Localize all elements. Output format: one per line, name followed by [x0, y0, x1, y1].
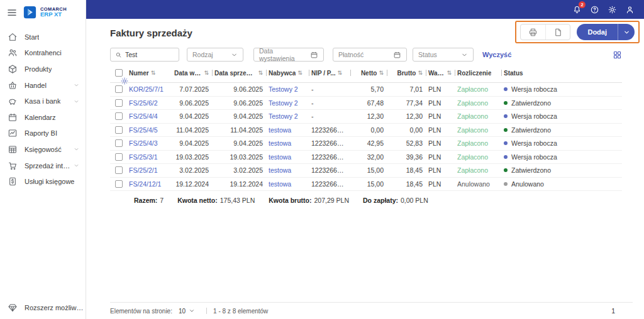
sidebar-item-label: Produkty [25, 65, 52, 73]
row-checkbox[interactable] [115, 153, 123, 161]
cell-nabywca[interactable]: testowa [269, 180, 311, 188]
main-content: Faktury sprzedaży Dodaj [86, 19, 644, 319]
table-row[interactable]: FS/25/4/39.04.20259.04.2025testowa122326… [110, 137, 622, 151]
table-row[interactable]: KOR/25/7/17.07.20259.06.2025Testowy 2-5,… [110, 83, 622, 97]
data-wystawienia-datepicker[interactable]: Data wystawienia [253, 48, 324, 62]
search-field[interactable] [110, 48, 179, 62]
table-row[interactable]: FS/25/6/29.06.20259.06.2025Testowy 2-67,… [110, 97, 622, 111]
search-input[interactable] [125, 51, 174, 58]
row-checkbox[interactable] [115, 85, 123, 93]
column-header-waluta[interactable]: Waluta⇅ [428, 70, 457, 77]
column-header-netto[interactable]: Netto⇅ [353, 70, 389, 77]
sidebar-item-start[interactable]: Start [0, 29, 86, 45]
cell-nabywca[interactable]: Testowy 2 [269, 99, 311, 107]
row-checkbox[interactable] [115, 99, 123, 107]
help-button[interactable] [587, 3, 601, 16]
cell-brutto: 77,34 [389, 99, 428, 107]
status-select[interactable]: Status [413, 48, 474, 62]
cell-nabywca[interactable]: Testowy 2 [269, 112, 311, 120]
cell-numer[interactable]: FS/25/4/4 [129, 112, 174, 120]
table-row[interactable]: FS/25/4/511.04.202511.04.2025testowa1223… [110, 124, 622, 138]
settings-button[interactable] [605, 3, 619, 16]
cell-nip: - [311, 85, 353, 93]
cell-nabywca[interactable]: testowa [269, 166, 311, 174]
view-grid-toggle[interactable] [613, 50, 622, 60]
sidebar-item-kasa-i-bank[interactable]: Kasa i bank [0, 93, 86, 109]
sidebar-item-produkty[interactable]: Produkty [0, 61, 86, 77]
sidebar-footer-upgrade[interactable]: Rozszerz możliwości [0, 296, 86, 319]
sort-icon[interactable]: ⇅ [204, 70, 209, 76]
add-dropdown-button[interactable] [618, 24, 635, 40]
per-page-select[interactable]: 10 [179, 308, 195, 315]
cell-numer[interactable]: FS/25/2/1 [129, 166, 174, 174]
column-header-data_wystawienia[interactable]: Data wysta...⇅ [174, 70, 214, 77]
cell-brutto: 18,45 [389, 180, 428, 188]
cell-numer[interactable]: FS/25/4/5 [129, 126, 174, 134]
summary-do-zaplaty-value: 0,00 PLN [401, 197, 428, 204]
select-all-checkbox[interactable] [115, 69, 123, 77]
cell-numer[interactable]: FS/25/3/1 [129, 153, 174, 161]
sidebar-item-label: Usługi księgowe [25, 178, 74, 185]
comarch-logo[interactable]: COMARCH ERP XT [23, 6, 67, 19]
cell-data-sprzedazy: 3.02.2025 [214, 166, 269, 174]
column-header-rozliczenie[interactable]: Rozliczenie [457, 70, 504, 77]
table-settings-button[interactable] [110, 77, 129, 85]
sort-icon[interactable]: ⇅ [297, 70, 303, 76]
sort-icon[interactable]: ⇅ [418, 70, 423, 76]
sort-icon[interactable]: ⇅ [379, 70, 384, 76]
sort-icon[interactable]: ⇅ [447, 70, 452, 76]
cell-numer[interactable]: FS/25/4/3 [129, 139, 174, 147]
cell-nabywca[interactable]: testowa [269, 126, 311, 134]
page-number[interactable]: 1 [611, 307, 615, 315]
platnosc-datepicker[interactable]: Płatność [333, 48, 407, 62]
export-document-button[interactable] [545, 24, 570, 40]
cell-rozliczenie: Zapłacono [457, 126, 504, 134]
column-header-data_sprzedazy[interactable]: Data sprzedaży⇅ [214, 70, 269, 77]
cell-brutto: 52,83 [389, 139, 428, 147]
cell-numer[interactable]: FS/25/6/2 [129, 99, 174, 107]
sort-icon[interactable]: ⇅ [338, 70, 343, 76]
cell-data-wystawienia: 9.04.2025 [174, 139, 214, 147]
cell-nabywca[interactable]: Testowy 2 [269, 85, 311, 93]
cell-numer[interactable]: KOR/25/7/1 [129, 85, 174, 93]
rodzaj-select[interactable]: Rodzaj [187, 48, 243, 62]
row-checkbox[interactable] [115, 112, 123, 120]
add-button[interactable]: Dodaj [577, 24, 618, 40]
column-header-numer[interactable]: Numer⇅ [129, 70, 174, 77]
sidebar-item-handel[interactable]: Handel [0, 77, 86, 94]
sort-icon[interactable]: ⇅ [258, 70, 263, 76]
status-badge: Zatwierdzono [511, 99, 551, 107]
cell-numer[interactable]: FS/24/12/1 [129, 180, 174, 188]
cell-nip: 1223266385 [311, 139, 353, 147]
table-row[interactable]: FS/25/2/13.02.20253.02.2025testowa122326… [110, 164, 622, 178]
row-checkbox[interactable] [115, 180, 123, 188]
row-checkbox[interactable] [115, 126, 123, 134]
sidebar-item-kalendarz[interactable]: Kalendarz [0, 109, 86, 126]
cell-nabywca[interactable]: testowa [269, 139, 311, 147]
column-header-status[interactable]: Status [504, 70, 607, 77]
sidebar-item-uslugi-ksiegowe[interactable]: Usługi księgowe [0, 173, 86, 190]
sidebar-item-sprzedaz-internetowa[interactable]: Sprzedaż internetowa [0, 158, 86, 174]
status-badge: Wersja robocza [511, 85, 557, 93]
table-row[interactable]: FS/24/12/119.12.202419.12.2024testowa122… [110, 178, 622, 192]
row-checkbox[interactable] [115, 139, 123, 147]
profile-button[interactable] [623, 3, 636, 16]
status-dot-icon [504, 168, 508, 172]
column-header-brutto[interactable]: Brutto⇅ [389, 70, 428, 77]
print-button[interactable] [521, 24, 545, 40]
notifications-button[interactable]: 2 [570, 3, 584, 16]
sidebar-item-raporty-bi[interactable]: Raporty BI [0, 126, 86, 142]
cell-status: Zatwierdzono [504, 99, 607, 107]
sidebar-item-kontrahenci[interactable]: Kontrahenci [0, 45, 86, 62]
column-header-nabywca[interactable]: Nabywca⇅ [269, 70, 311, 77]
cell-nabywca[interactable]: testowa [269, 153, 311, 161]
hamburger-menu-icon[interactable] [6, 7, 18, 18]
sidebar-item-ksiegowosc[interactable]: Księgowość [0, 141, 86, 158]
clear-filters-link[interactable]: Wyczyść [482, 51, 511, 58]
cell-brutto: 0,00 [389, 126, 428, 134]
table-row[interactable]: FS/25/3/119.03.202519.03.2025testowa1223… [110, 151, 622, 165]
table-row[interactable]: FS/25/4/49.04.20259.04.2025Testowy 2-12,… [110, 110, 622, 124]
sort-icon[interactable]: ⇅ [151, 70, 156, 76]
column-header-nip[interactable]: NIP / P...⇅ [311, 70, 353, 77]
row-checkbox[interactable] [115, 166, 123, 174]
